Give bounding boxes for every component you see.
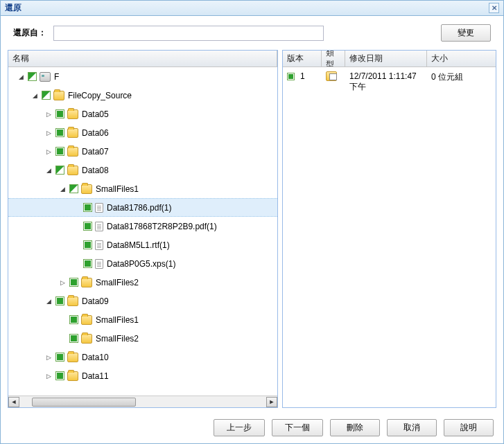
tree-row[interactable]: ·Data8M5L1.rtf(1) bbox=[8, 236, 277, 254]
checkbox[interactable] bbox=[83, 222, 92, 231]
details-panel: 版本 類型 修改日期 大小 112/7/2011 1:11:47 下午0 位元組 bbox=[282, 50, 496, 408]
checkbox[interactable] bbox=[55, 166, 64, 175]
collapse-icon[interactable]: ◢ bbox=[17, 73, 25, 81]
file-icon bbox=[95, 203, 103, 213]
collapse-icon[interactable]: ◢ bbox=[44, 166, 53, 175]
file-icon bbox=[95, 240, 103, 250]
folder-icon bbox=[67, 353, 78, 362]
checkbox[interactable] bbox=[83, 259, 92, 268]
tree-row[interactable]: ·SmallFiles1 bbox=[8, 310, 277, 329]
collapse-icon[interactable]: ◢ bbox=[58, 185, 67, 193]
version-text: 1 bbox=[300, 71, 305, 81]
collapse-icon[interactable]: ◢ bbox=[31, 91, 39, 100]
grid-body[interactable]: 112/7/2011 1:11:47 下午0 位元組 bbox=[283, 67, 496, 407]
checkbox[interactable] bbox=[287, 73, 295, 80]
tree-row[interactable]: ▷Data11 bbox=[8, 366, 277, 385]
checkbox[interactable] bbox=[83, 203, 92, 212]
checkbox[interactable] bbox=[55, 353, 64, 362]
drive-icon bbox=[40, 72, 51, 82]
scroll-thumb[interactable] bbox=[32, 398, 136, 407]
folder-icon bbox=[81, 184, 92, 194]
collapse-icon[interactable]: ◢ bbox=[44, 297, 53, 305]
footer-buttons: 上一步 下一個 刪除 取消 說明 bbox=[1, 414, 503, 443]
tree-row[interactable]: ·Data817868T2R8P2B9.pdf(1) bbox=[8, 217, 277, 236]
checkbox[interactable] bbox=[69, 315, 78, 324]
tree-row[interactable]: ◢FileCopy_Source bbox=[8, 86, 277, 105]
checkbox[interactable] bbox=[55, 371, 64, 380]
tree-row-label: SmallFiles1 bbox=[96, 184, 139, 194]
tree-row[interactable]: ▷Data10 bbox=[8, 348, 277, 366]
checkbox[interactable] bbox=[55, 147, 64, 156]
tree-header-row: 名稱 bbox=[8, 51, 277, 67]
tree-row-label: Data06 bbox=[82, 128, 109, 138]
restore-from-input[interactable] bbox=[53, 26, 324, 41]
expand-icon[interactable]: ▷ bbox=[44, 129, 53, 137]
folder-icon bbox=[67, 147, 78, 157]
tree-row[interactable]: ◢Data08 bbox=[8, 161, 277, 179]
col-version[interactable]: 版本 bbox=[283, 51, 322, 66]
folder-icon bbox=[67, 371, 78, 381]
col-size[interactable]: 大小 bbox=[427, 51, 496, 66]
checkbox[interactable] bbox=[42, 91, 51, 100]
tree-row[interactable]: ◢F bbox=[8, 67, 277, 86]
col-type[interactable]: 類型 bbox=[322, 51, 345, 66]
checkbox[interactable] bbox=[55, 109, 64, 118]
grid-row[interactable]: 112/7/2011 1:11:47 下午0 位元組 bbox=[283, 67, 496, 97]
tree-row-label: SmallFiles2 bbox=[96, 334, 139, 344]
folder-icon bbox=[67, 296, 78, 306]
checkbox[interactable] bbox=[55, 128, 64, 137]
scroll-left-arrow-icon[interactable]: ◄ bbox=[8, 397, 19, 407]
grid-header-row: 版本 類型 修改日期 大小 bbox=[283, 51, 496, 67]
expand-icon[interactable]: ▷ bbox=[44, 372, 53, 380]
tree-row-label: SmallFiles1 bbox=[96, 315, 139, 325]
folder-icon bbox=[81, 315, 92, 325]
tree-body[interactable]: ◢F◢FileCopy_Source▷Data05▷Data06▷Data07◢… bbox=[8, 67, 277, 396]
titlebar[interactable]: 還原 ✕ bbox=[1, 1, 503, 16]
delete-button[interactable]: 刪除 bbox=[330, 419, 380, 436]
tree-panel: 名稱 ◢F◢FileCopy_Source▷Data05▷Data06▷Data… bbox=[8, 50, 278, 408]
expand-icon[interactable]: ▷ bbox=[44, 353, 53, 362]
folder-icon bbox=[53, 91, 64, 100]
checkbox[interactable] bbox=[28, 72, 37, 81]
tree-row[interactable]: ·Data81786.pdf(1) bbox=[8, 198, 277, 217]
tree-row[interactable]: ▷Data06 bbox=[8, 123, 277, 142]
file-icon bbox=[95, 259, 103, 269]
prev-button[interactable]: 上一步 bbox=[214, 419, 265, 436]
checkbox[interactable] bbox=[83, 240, 92, 249]
folder-icon bbox=[81, 278, 92, 287]
close-icon[interactable]: ✕ bbox=[489, 3, 499, 13]
change-button[interactable]: 變更 bbox=[441, 24, 491, 42]
expand-icon[interactable]: ▷ bbox=[44, 110, 53, 118]
restore-from-bar: 還原自： 變更 bbox=[1, 16, 503, 50]
tree-row-label: Data08 bbox=[82, 166, 109, 175]
tree-row[interactable]: ·Data8P0G5.xps(1) bbox=[8, 254, 277, 273]
restore-from-label: 還原自： bbox=[13, 27, 46, 39]
col-modified[interactable]: 修改日期 bbox=[345, 51, 427, 66]
tree-row[interactable]: ·SmallFiles2 bbox=[8, 329, 277, 348]
checkbox[interactable] bbox=[55, 296, 64, 305]
tree-row[interactable]: ▷Data05 bbox=[8, 105, 277, 123]
checkbox[interactable] bbox=[69, 334, 78, 343]
tree-row-label: Data09 bbox=[82, 296, 109, 306]
tree-row-label: Data817868T2R8P2B9.pdf(1) bbox=[107, 222, 217, 231]
cancel-button[interactable]: 取消 bbox=[387, 419, 437, 436]
tree-row[interactable]: ◢Data09 bbox=[8, 292, 277, 310]
tree-row-label: Data07 bbox=[82, 147, 109, 157]
folder-icon bbox=[81, 334, 92, 344]
expand-icon[interactable]: ▷ bbox=[44, 148, 53, 156]
tree-row-label: Data81786.pdf(1) bbox=[107, 203, 171, 213]
tree-row[interactable]: ▷Data07 bbox=[8, 142, 277, 161]
tree-row[interactable]: ▷SmallFiles2 bbox=[8, 273, 277, 292]
expand-icon[interactable]: ▷ bbox=[58, 278, 67, 287]
tree-row[interactable]: ◢SmallFiles1 bbox=[8, 179, 277, 198]
next-button[interactable]: 下一個 bbox=[272, 419, 323, 436]
checkbox[interactable] bbox=[69, 278, 78, 287]
tree-header-name[interactable]: 名稱 bbox=[8, 51, 277, 66]
help-button[interactable]: 說明 bbox=[444, 419, 494, 436]
scroll-right-arrow-icon[interactable]: ► bbox=[266, 397, 277, 407]
cell-version: 1 bbox=[283, 70, 322, 82]
checkbox[interactable] bbox=[69, 184, 78, 193]
folder-copy-icon bbox=[326, 71, 337, 81]
tree-hscrollbar[interactable]: ◄ ► bbox=[8, 396, 277, 407]
restore-dialog: 還原 ✕ 還原自： 變更 名稱 ◢F◢FileCopy_Source▷Data0… bbox=[0, 0, 504, 444]
